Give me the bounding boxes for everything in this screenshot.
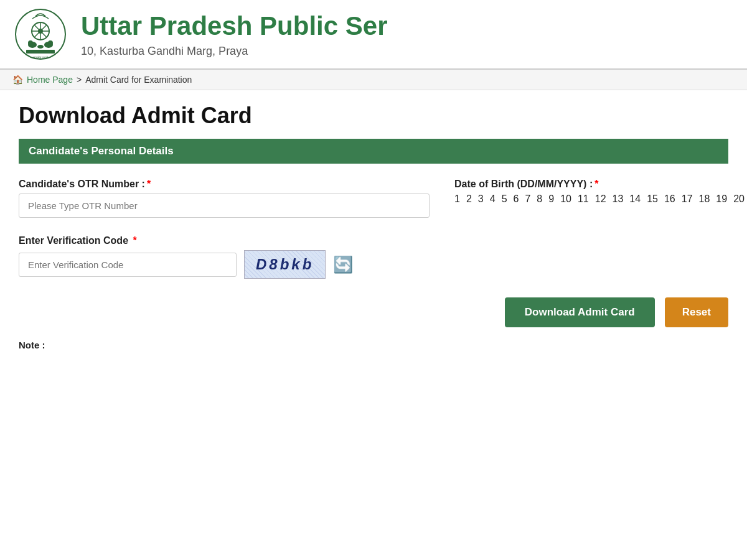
svg-point-12 [37,45,44,49]
form-row-verification: Enter Verification Code * D8bkb 🔄 [19,235,728,279]
page-header: सत्यमेव जयते Uttar Pradesh Public Ser 10… [0,0,747,70]
svg-rect-1 [26,50,55,54]
svg-point-10 [28,40,33,45]
org-title: Uttar Pradesh Public Ser [81,11,735,42]
page-title: Download Admit Card [19,103,728,129]
breadcrumb-separator: > [77,75,82,85]
dob-selects: 1234567891011121314151617181920212223242… [454,194,747,218]
buttons-row: Download Admit Card Reset [19,297,728,327]
verification-label: Enter Verification Code * [19,235,430,246]
otr-required-marker: * [147,179,151,189]
download-admit-card-button[interactable]: Download Admit Card [505,297,655,327]
breadcrumb-home-link[interactable]: Home Page [27,75,73,85]
note-section: Note : [19,340,728,350]
captcha-text: D8bkb [256,256,314,273]
otr-field-group: Candidate's OTR Number :* [19,179,430,218]
header-text-block: Uttar Pradesh Public Ser 10, Kasturba Ga… [81,11,735,57]
otr-label: Candidate's OTR Number :* [19,179,430,190]
breadcrumb: 🏠 Home Page > Admit Card for Examination [0,70,747,90]
verification-required-marker: * [133,235,137,246]
breadcrumb-current: Admit Card for Examination [85,75,192,85]
note-label: Note : [19,340,45,350]
dob-label: Date of Birth (DD/MM/YYYY) :* [454,179,747,190]
government-emblem: सत्यमेव जयते [12,6,68,62]
otr-input[interactable] [19,194,430,218]
dob-required-marker: * [594,179,598,189]
main-content: Download Admit Card Candidate's Personal… [0,90,747,363]
dob-field-group: Date of Birth (DD/MM/YYYY) :* 1234567891… [454,179,747,218]
section-header: Candidate's Personal Details [19,139,728,164]
captcha-row: D8bkb 🔄 [19,250,430,279]
refresh-captcha-icon[interactable]: 🔄 [333,255,353,274]
org-address: 10, Kasturba Gandhi Marg, Praya [81,45,735,58]
verification-input[interactable] [19,253,237,277]
svg-point-11 [48,40,53,45]
home-icon: 🏠 [12,75,23,85]
captcha-image: D8bkb [244,250,326,279]
verification-field-group: Enter Verification Code * D8bkb 🔄 [19,235,430,279]
reset-button[interactable]: Reset [665,297,728,327]
form-row-otr-dob: Candidate's OTR Number :* Date of Birth … [19,179,728,218]
svg-text:सत्यमेव जयते: सत्यमेव जयते [32,55,48,59]
